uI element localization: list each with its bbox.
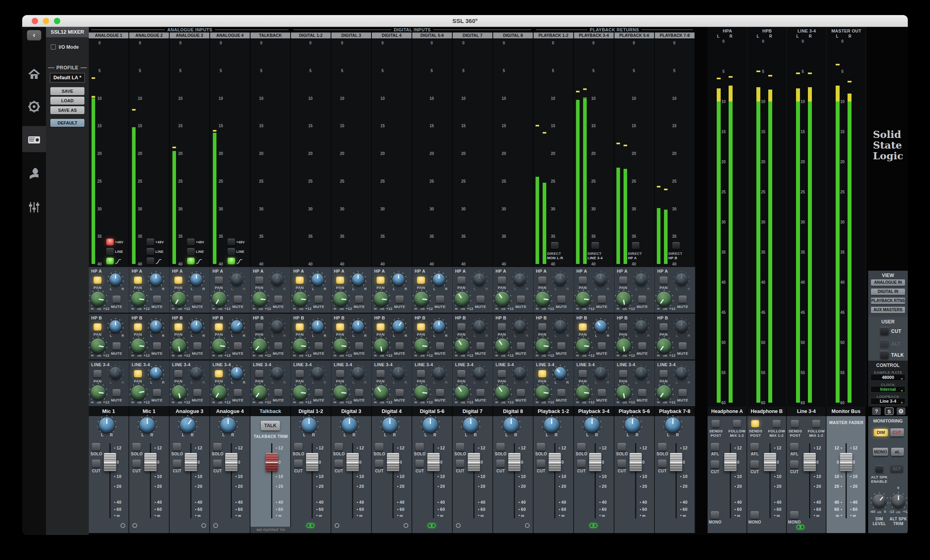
send-mute-button[interactable] [153,296,161,303]
send-pan-button[interactable] [215,370,223,377]
phantom-48v-button[interactable] [147,239,154,245]
cut-button[interactable] [213,460,222,467]
send-pan-knob[interactable] [231,367,243,379]
send-mute-button[interactable] [476,389,484,396]
send-pan-knob[interactable] [271,273,283,285]
send-pan-knob[interactable] [473,273,485,285]
send-mute-button[interactable] [113,389,121,396]
send-pan-button[interactable] [417,277,425,284]
talk-button[interactable]: TALK [261,421,280,430]
phantom-48v-button[interactable] [228,239,235,245]
mono-button[interactable] [790,511,798,519]
send-mute-button[interactable] [234,296,242,303]
faders-icon[interactable] [27,201,41,214]
send-pan-button[interactable] [336,323,344,331]
solo-button[interactable] [658,443,666,451]
send-mute-button[interactable] [234,342,242,350]
send-mute-button[interactable] [315,296,323,303]
send-mute-button[interactable] [476,342,484,350]
send-level-knob[interactable] [172,338,186,353]
send-pan-knob[interactable] [635,367,647,379]
send-pan-knob[interactable] [190,320,202,332]
send-mute-button[interactable] [113,296,121,303]
hpf-button[interactable] [228,258,235,264]
cut-button[interactable] [790,461,798,468]
send-level-knob[interactable] [253,385,267,399]
send-level-knob[interactable] [212,385,226,399]
user-cut-button[interactable] [880,327,889,335]
cut-button[interactable] [415,460,424,467]
send-pan-button[interactable] [660,277,668,284]
cut-button[interactable] [618,460,626,467]
send-pan-knob[interactable] [595,273,607,285]
help-button[interactable]: ? [872,407,881,415]
fader-pan-knob[interactable] [625,417,640,432]
hpf-button[interactable] [147,258,154,264]
hpf-button[interactable] [187,258,195,264]
master-fader-cap[interactable] [840,453,852,471]
fader-cap[interactable] [630,453,642,471]
afl-button[interactable] [750,443,759,451]
solo-button[interactable] [496,443,505,451]
send-mute-button[interactable] [436,389,444,396]
fader-cap[interactable] [724,453,737,471]
send-mute-button[interactable] [193,389,201,396]
send-pan-knob[interactable] [473,367,485,379]
send-pan-knob[interactable] [675,320,687,332]
hpf-button[interactable] [106,258,114,264]
send-level-knob[interactable] [657,292,671,306]
send-pan-button[interactable] [619,370,627,377]
mono-button[interactable]: MONO [873,448,888,456]
line-button[interactable] [187,248,195,255]
send-pan-knob[interactable] [352,273,364,285]
default-button[interactable]: DEFAULT [50,119,84,127]
send-level-knob[interactable] [455,338,469,353]
alt-button[interactable]: ALT [890,465,903,472]
send-mute-button[interactable] [679,389,687,396]
alt-spk-trim-knob[interactable] [892,494,905,508]
mono-button[interactable] [750,511,759,519]
send-level-knob[interactable] [374,338,388,353]
send-level-knob[interactable] [616,292,631,306]
send-pan-button[interactable] [498,277,506,284]
send-pan-knob[interactable] [352,320,364,332]
send-mute-button[interactable] [638,389,646,396]
send-mute-button[interactable] [557,389,565,396]
cut-button[interactable] [456,460,464,467]
send-pan-button[interactable] [660,370,668,377]
send-level-knob[interactable] [616,385,631,399]
send-pan-knob[interactable] [190,273,202,285]
send-pan-button[interactable] [579,370,587,377]
send-level-knob[interactable] [131,385,145,399]
send-level-knob[interactable] [455,292,469,306]
phantom-48v-button[interactable] [187,239,195,245]
send-pan-button[interactable] [134,370,142,377]
send-level-knob[interactable] [495,338,509,353]
send-pan-knob[interactable] [109,273,121,285]
send-level-knob[interactable] [495,385,509,399]
fader-pan-knob[interactable] [99,417,114,432]
solo-button[interactable] [173,443,181,451]
user-alt-button[interactable] [880,340,889,348]
send-pan-button[interactable] [134,323,142,331]
send-mute-button[interactable] [436,296,444,303]
send-pan-button[interactable] [457,370,465,377]
send-pan-knob[interactable] [312,273,323,285]
send-pan-knob[interactable] [635,320,647,332]
send-level-knob[interactable] [253,292,267,306]
sends-post-button[interactable] [791,420,799,427]
load-button[interactable]: LOAD [50,97,84,105]
solo-button[interactable] [537,443,545,451]
send-pan-button[interactable] [417,323,425,331]
send-pan-knob[interactable] [473,320,485,332]
send-level-knob[interactable] [414,338,429,353]
send-mute-button[interactable] [396,342,404,350]
send-pan-knob[interactable] [675,273,687,285]
send-pan-button[interactable] [498,323,506,331]
fader-pan-knob[interactable] [301,417,316,432]
send-pan-button[interactable] [538,277,546,284]
send-pan-button[interactable] [377,323,385,331]
send-pan-knob[interactable] [312,367,323,379]
alt-spk-enable-button[interactable] [875,465,883,472]
send-mute-button[interactable] [638,296,646,303]
